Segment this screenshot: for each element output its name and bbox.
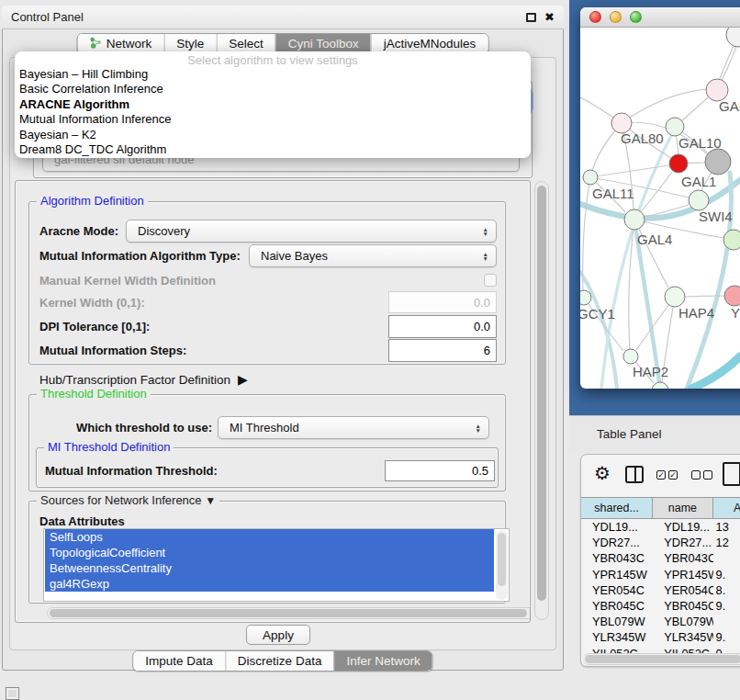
table-cell: YDL19...	[653, 519, 712, 535]
column-header-name[interactable]: name	[653, 498, 712, 518]
control-panel-titlebar: Control Panel ✖	[2, 6, 564, 29]
manual-kernel-checkbox[interactable]	[484, 274, 497, 287]
table-cell: 0.	[713, 646, 740, 654]
network-node-gal10[interactable]	[666, 118, 684, 136]
algorithm-option-mutual-information-inference[interactable]: Mutual Information Inference	[15, 112, 531, 127]
bottom-tab-discretize-data[interactable]: Discretize Data	[225, 651, 334, 671]
tab-network[interactable]: Network	[78, 34, 164, 53]
network-node-gal4[interactable]	[624, 209, 645, 230]
column-visibility-icon[interactable]	[625, 466, 644, 483]
gear-icon[interactable]: ⚙	[594, 464, 611, 482]
node-label-hap4: HAP4	[678, 305, 714, 321]
network-node-y[interactable]	[724, 286, 740, 306]
mi-type-select[interactable]: Naive Bayes ▲▼	[249, 244, 497, 267]
column-header-a[interactable]: A	[713, 498, 740, 518]
minimize-traffic-light-icon[interactable]	[610, 11, 622, 23]
algorithm-option-dream8-dc-tdc-algorithm[interactable]: Dream8 DC_TDC Algorithm	[15, 142, 531, 157]
node-table-panel: ⚙ ✓✓ shared...nameA YDL19...YDL19...13YD…	[580, 454, 740, 667]
zoom-traffic-light-icon[interactable]	[630, 11, 642, 23]
attribute-item-topologicalcoefficient[interactable]: TopologicalCoefficient	[45, 545, 494, 560]
table-cell: YPR145W	[653, 567, 712, 582]
dpi-tolerance-field[interactable]: 0.0	[388, 315, 497, 338]
network-node-swi4[interactable]	[723, 230, 740, 250]
table-row[interactable]: YDL19...YDL19...13	[581, 519, 740, 535]
network-node-gal11[interactable]	[583, 170, 598, 185]
table-cell	[713, 550, 740, 566]
table-row[interactable]: YLR345WYLR345W9.	[581, 629, 740, 645]
attribute-item-betweennesscentrality[interactable]: BetweennessCentrality	[45, 560, 494, 576]
mi-steps-field[interactable]: 6	[388, 339, 497, 362]
table-cell: YDL19...	[581, 519, 653, 535]
algorithm-popup-list: Bayesian – Hill ClimbingBasic Correlatio…	[15, 67, 531, 157]
bottom-tab-impute-data[interactable]: Impute Data	[133, 651, 225, 671]
settings-hscrollbar[interactable]	[47, 607, 531, 619]
manual-kernel-label: Manual Kernel Width Definition	[39, 269, 216, 291]
table-cell: YER054C	[581, 582, 653, 598]
network-node-gal1[interactable]	[689, 190, 709, 210]
table-hscrollbar[interactable]	[583, 653, 740, 665]
close-icon[interactable]: ✖	[544, 11, 555, 23]
tab-style[interactable]: Style	[163, 34, 216, 53]
combo-arrows-icon: ▲▼	[483, 251, 488, 261]
tab-cyni-toolbox[interactable]: Cyni Toolbox	[275, 34, 371, 53]
network-node[interactable]	[705, 149, 731, 175]
network-node[interactable]	[726, 28, 740, 47]
data-attributes-list[interactable]: SelfLoopsTopologicalCoefficientBetweenne…	[43, 528, 510, 602]
float-panel-icon[interactable]	[526, 13, 536, 22]
kernel-width-field[interactable]: 0.0	[388, 291, 497, 313]
table-row[interactable]: YER054CYER054C8.	[581, 582, 740, 598]
which-threshold-select[interactable]: MI Threshold ▲▼	[218, 416, 489, 439]
network-node-hap4[interactable]	[665, 287, 685, 307]
table-cell: YBL079W	[581, 614, 653, 629]
algorithm-option-bayesian-k2[interactable]: Bayesian – K2	[15, 128, 531, 142]
bottom-tab-impute-data-label: Impute Data	[145, 654, 213, 668]
node-label-hap2: HAP2	[633, 364, 668, 379]
window-controls: ✖	[526, 11, 564, 23]
tab-jactivemnodules[interactable]: jActiveMNodules	[371, 34, 488, 53]
bottom-tab-infer-network[interactable]: Infer Network	[333, 651, 432, 671]
aracne-mode-select[interactable]: Discovery ▲▼	[126, 220, 497, 243]
attribute-item-gal4rgexp[interactable]: gal4RGexp	[45, 576, 494, 592]
mi-threshold-field[interactable]: 0.5	[385, 460, 495, 481]
cyni-algorithm-settings-group: Algorithm Definition Aracne Mode: Discov…	[15, 180, 531, 623]
table-row[interactable]: YIL052CYIL052C0.	[581, 646, 740, 654]
tab-select[interactable]: Select	[216, 34, 275, 53]
algorithm-option-aracne-algorithm[interactable]: ARACNE Algorithm	[15, 97, 531, 112]
export-table-icon[interactable]	[723, 462, 740, 486]
network-node-hap2[interactable]	[623, 349, 638, 364]
network-edge	[583, 177, 590, 290]
table-row[interactable]: YPR145WYPR145W9.	[581, 567, 740, 582]
network-window-titlebar[interactable]	[580, 7, 740, 28]
network-node[interactable]	[652, 382, 668, 389]
select-all-icon[interactable]: ✓✓	[656, 470, 680, 487]
table-cell: YBR045C	[653, 598, 712, 614]
table-row[interactable]: YBR045CYBR045C9.	[581, 598, 740, 614]
network-node[interactable]	[669, 154, 688, 173]
table-row[interactable]: YBL079WYBL079W	[581, 614, 740, 629]
algorithm-option-bayesian-hill-climbing[interactable]: Bayesian – Hill Climbing	[15, 67, 531, 82]
aracne-mode-label: Aracne Mode:	[39, 220, 118, 242]
table-cell	[713, 614, 740, 629]
network-edge-highlighted	[580, 272, 617, 389]
table-cell: YBL079W	[653, 614, 712, 629]
network-node-gcy1[interactable]	[580, 290, 591, 305]
hub-definition-label: Hub/Transcription Factor Definition	[39, 373, 230, 387]
expanded-arrow-icon[interactable]: ▼	[205, 494, 216, 507]
apply-button-label: Apply	[263, 628, 294, 642]
settings-vscrollbar[interactable]	[534, 181, 549, 620]
deselect-all-icon[interactable]	[691, 470, 715, 487]
column-header-shared-[interactable]: shared...	[581, 498, 653, 518]
table-cell: YLR345W	[581, 629, 653, 645]
close-traffic-light-icon[interactable]	[589, 11, 601, 23]
table-row[interactable]: YDR27...YDR27...12	[581, 535, 740, 550]
network-canvas[interactable]: GALGAL80GAL10GAL1GAL11GAL4SWI4GCY1HAP4YH…	[580, 28, 740, 389]
algorithm-option-basic-correlation-inference[interactable]: Basic Correlation Inference	[15, 82, 531, 96]
apply-button[interactable]: Apply	[246, 625, 310, 645]
floating-panel-icon[interactable]	[6, 687, 19, 700]
network-view-window[interactable]: GALGAL80GAL10GAL1GAL11GAL4SWI4GCY1HAP4YH…	[580, 7, 740, 389]
attribute-list-scrollbar[interactable]	[496, 530, 508, 600]
attribute-item-selfloops[interactable]: SelfLoops	[45, 529, 494, 545]
tab-network-label: Network	[107, 37, 152, 51]
table-row[interactable]: YBR043CYBR043C	[581, 550, 740, 566]
node-label-gal11: GAL11	[592, 186, 634, 201]
